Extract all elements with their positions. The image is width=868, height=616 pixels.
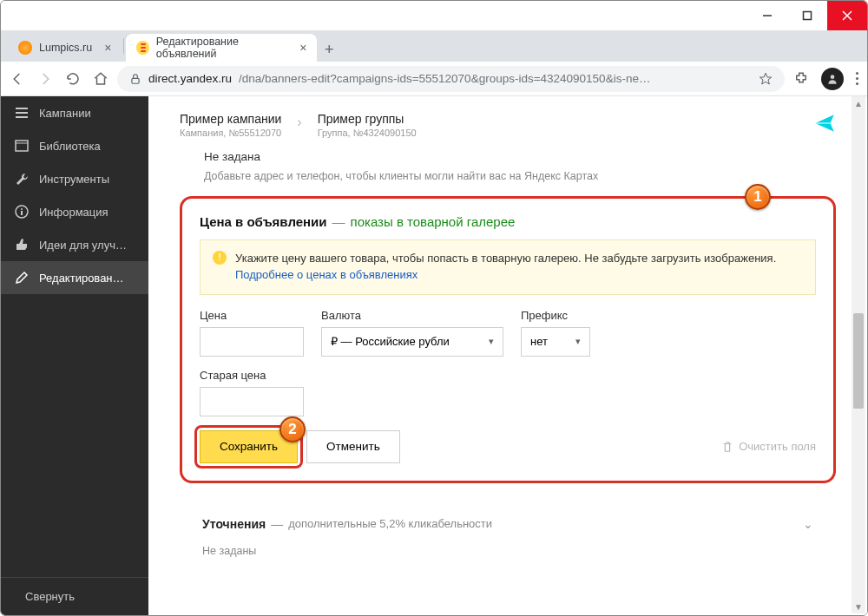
dash: —: [332, 214, 345, 229]
sidebar-item-label: Идеи для улуч…: [39, 239, 127, 252]
info-notice: ! Укажите цену вашего товара, чтобы попа…: [200, 239, 816, 295]
chevron-right-icon: ›: [297, 115, 301, 130]
trash-icon: [721, 441, 733, 453]
pencil-icon: [15, 271, 29, 285]
omnibox-path: /dna/banners-edit?campaigns-ids=55512070…: [239, 72, 650, 85]
nav-forward-icon[interactable]: [37, 71, 53, 87]
clarifications-section[interactable]: Уточнения — дополнительные 5,2% кликабел…: [180, 502, 836, 545]
price-panel-header: Цена в объявлении — показы в товарной га…: [200, 214, 816, 229]
gallery-link[interactable]: показы в товарной галерее: [351, 214, 516, 229]
sidebar-item-label: Библиотека: [39, 140, 101, 153]
svg-rect-0: [804, 12, 812, 20]
chevron-down-icon: ▾: [489, 336, 494, 347]
breadcrumb-campaign-sub: Кампания, №55512070: [180, 128, 281, 138]
sidebar-item-ideas[interactable]: Идеи для улуч…: [1, 228, 148, 261]
address-bar: direct.yandex.ru/dna/banners-edit?campai…: [1, 62, 867, 96]
currency-select[interactable]: ₽ — Российские рубли ▾: [321, 327, 503, 357]
bookmark-star-icon[interactable]: [759, 72, 773, 86]
tab-close-icon[interactable]: ×: [104, 41, 111, 55]
callout-badge-2: 2: [279, 416, 306, 442]
sidebar-item-info[interactable]: Информация: [1, 195, 148, 228]
omnibox-host: direct.yandex.ru: [148, 72, 232, 85]
info-link[interactable]: Подробнее о ценах в объявлениях: [235, 268, 418, 281]
breadcrumb-campaign[interactable]: Пример кампании Кампания, №55512070: [180, 112, 281, 138]
send-button[interactable]: [813, 112, 836, 138]
thumb-icon: [15, 238, 29, 252]
prefix-select[interactable]: нет ▾: [521, 327, 590, 357]
old-price-label: Старая цена: [200, 369, 304, 382]
scrollbar-thumb[interactable]: [853, 313, 864, 409]
sidebar-collapse-button[interactable]: Свернуть: [1, 577, 148, 615]
maximize-icon: [802, 10, 812, 21]
clarifications-title: Уточнения: [202, 517, 266, 531]
collapse-label: Свернуть: [25, 590, 75, 603]
tab-label: Lumpics.ru: [39, 42, 92, 54]
sidebar-item-label: Редактирован…: [39, 272, 124, 285]
profile-avatar[interactable]: [821, 68, 844, 90]
favicon-yandex-direct-icon: [136, 41, 148, 55]
sidebar-item-tools[interactable]: Инструменты: [1, 162, 148, 195]
cancel-button[interactable]: Отменить: [306, 430, 400, 463]
breadcrumb: Пример кампании Кампания, №55512070 › Пр…: [180, 96, 836, 147]
window-close-button[interactable]: [827, 1, 867, 30]
info-icon: [15, 205, 29, 219]
address-block: Не задана Добавьте адрес и телефон, чтоб…: [180, 147, 836, 196]
svg-rect-6: [21, 211, 23, 215]
price-field: Цена: [200, 309, 304, 357]
scroll-up-icon[interactable]: ▲: [852, 96, 865, 110]
extensions-icon[interactable]: [793, 71, 809, 87]
sidebar-item-library[interactable]: Библиотека: [1, 129, 148, 162]
prefix-value: нет: [530, 335, 548, 348]
clear-fields-button[interactable]: Очистить поля: [721, 440, 816, 453]
omnibox[interactable]: direct.yandex.ru/dna/banners-edit?campai…: [117, 66, 785, 92]
send-icon: [813, 112, 836, 134]
svg-point-5: [21, 208, 23, 210]
old-price-input[interactable]: [200, 387, 304, 416]
tab-divider: [123, 38, 124, 54]
prefix-label: Префикс: [521, 309, 590, 322]
scroll-down-icon[interactable]: ▼: [852, 600, 865, 613]
info-icon: !: [213, 251, 227, 265]
window-minimize-button[interactable]: [747, 1, 787, 30]
window-maximize-button[interactable]: [787, 1, 827, 30]
nav-home-icon[interactable]: [93, 71, 108, 87]
sidebar-item-campaigns[interactable]: Кампании: [1, 96, 148, 129]
minimize-icon: [762, 10, 773, 21]
menu-icon: [15, 106, 29, 120]
tab-lumpics[interactable]: Lumpics.ru ×: [8, 34, 122, 62]
clarifications-note: дополнительные 5,2% кликабельности: [288, 517, 492, 530]
address-status: Не задана: [204, 150, 836, 163]
svg-rect-1: [132, 78, 139, 83]
old-price-field: Старая цена: [200, 369, 304, 416]
sidebar-item-edit[interactable]: Редактирован…: [1, 261, 148, 294]
sidebar-item-label: Инструменты: [39, 173, 109, 186]
sidebar: Кампании Библиотека Инструменты Информац…: [1, 96, 148, 615]
info-text: Укажите цену вашего товара, чтобы попаст…: [235, 252, 776, 265]
new-tab-button[interactable]: +: [317, 37, 341, 62]
tab-yandex-direct[interactable]: Редактирование объявлений ×: [126, 34, 317, 62]
price-input[interactable]: [200, 327, 304, 357]
breadcrumb-group[interactable]: Пример группы Группа, №4324090150: [318, 112, 417, 138]
tab-close-icon[interactable]: ×: [299, 41, 306, 55]
clarifications-status: Не заданы: [180, 545, 836, 557]
chevron-down-icon: ⌄: [803, 517, 813, 531]
nav-back-icon[interactable]: [10, 71, 25, 87]
callout-badge-1: 1: [745, 184, 771, 210]
content-area: Пример кампании Кампания, №55512070 › Пр…: [148, 96, 867, 615]
svg-rect-3: [16, 141, 28, 151]
svg-point-2: [831, 75, 835, 79]
browser-menu-icon[interactable]: [856, 72, 858, 85]
nav-reload-icon[interactable]: [65, 71, 81, 87]
scrollbar[interactable]: ▲ ▼: [852, 96, 865, 613]
price-panel-title: Цена в объявлении: [200, 214, 327, 229]
price-label: Цена: [200, 309, 304, 322]
wrench-icon: [15, 172, 29, 186]
currency-value: ₽ — Российские рубли: [331, 335, 450, 348]
lock-icon: [129, 73, 141, 85]
sidebar-item-label: Кампании: [39, 107, 91, 120]
price-panel: 1 Цена в объявлении — показы в товарной …: [180, 196, 836, 483]
dash: —: [271, 517, 283, 531]
breadcrumb-group-sub: Группа, №4324090150: [318, 128, 417, 138]
tab-strip: Lumpics.ru × Редактирование объявлений ×…: [1, 30, 867, 62]
close-icon: [842, 10, 852, 21]
